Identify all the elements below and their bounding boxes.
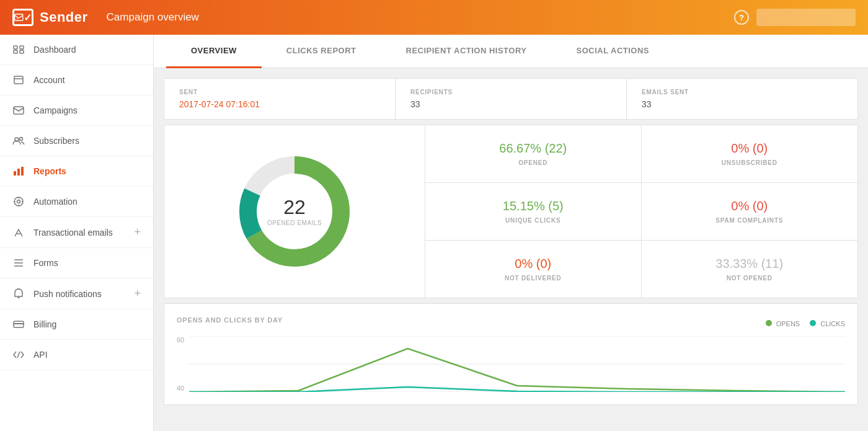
sidebar-label-reports: Reports xyxy=(33,166,66,176)
header-actions: ? xyxy=(734,9,856,26)
tab-social[interactable]: SOCIAL ACTIONS xyxy=(552,35,675,68)
sidebar: Dashboard Account Campaigns xyxy=(0,35,154,431)
stat-sent-value: 2017-07-24 07:16:01 xyxy=(179,99,380,109)
tabs-bar: OVERVIEW CLICKS REPORT RECIPIENT ACTION … xyxy=(154,35,868,68)
main-content: OVERVIEW CLICKS REPORT RECIPIENT ACTION … xyxy=(154,35,868,431)
sidebar-label-account: Account xyxy=(33,75,65,85)
stat-emails-sent-label: EMAILS SENT xyxy=(642,89,843,96)
svg-point-13 xyxy=(14,197,23,206)
stats-bar: SENT 2017-07-24 07:16:01 RECIPIENTS 33 E… xyxy=(164,78,858,120)
overview-panel: 22 OPENED EMAILS 66.67% (22) OPENED 0% (… xyxy=(164,125,858,298)
stat-recipients-value: 33 xyxy=(410,99,611,109)
sidebar-item-forms[interactable]: Forms xyxy=(0,248,153,278)
donut-number: 22 xyxy=(267,197,322,217)
svg-rect-11 xyxy=(17,169,20,176)
svg-rect-10 xyxy=(14,171,16,176)
stat-sent: SENT 2017-07-24 07:16:01 xyxy=(164,79,396,119)
svg-point-14 xyxy=(17,200,20,203)
sidebar-label-api: API xyxy=(33,350,48,360)
sidebar-label-forms: Forms xyxy=(33,258,58,268)
stat-emails-sent: EMAILS SENT 33 xyxy=(627,79,857,119)
dashboard-icon xyxy=(12,43,25,56)
metric-opened: 66.67% (22) OPENED xyxy=(425,125,642,183)
transactional-plus-icon[interactable]: + xyxy=(134,226,141,239)
tab-recipient[interactable]: RECIPIENT ACTION HISTORY xyxy=(381,35,552,68)
sidebar-label-push: Push notifications xyxy=(33,289,102,299)
forms-icon xyxy=(12,257,25,269)
push-plus-icon[interactable]: + xyxy=(134,287,141,300)
sidebar-label-billing: Billing xyxy=(33,319,56,329)
metric-spam: 0% (0) SPAM COMPLAINTS xyxy=(642,183,858,241)
tab-clicks[interactable]: CLICKS REPORT xyxy=(262,35,381,68)
sidebar-item-reports[interactable]: Reports xyxy=(0,156,153,187)
metric-spam-value: 0% (0) xyxy=(731,199,768,213)
metric-not-opened: 33.33% (11) NOT OPENED xyxy=(642,241,858,298)
sidebar-item-campaigns[interactable]: Campaigns xyxy=(0,96,153,126)
stat-sent-label: SENT xyxy=(179,89,380,96)
svg-line-27 xyxy=(17,352,20,358)
svg-rect-0 xyxy=(15,14,23,21)
metric-unique-clicks: 15.15% (5) UNIQUE CLICKS xyxy=(425,183,642,241)
sidebar-item-subscribers[interactable]: Subscribers xyxy=(0,126,153,156)
svg-rect-7 xyxy=(14,107,24,114)
sidebar-item-dashboard[interactable]: Dashboard xyxy=(0,35,153,65)
sidebar-label-campaigns: Campaigns xyxy=(33,105,78,115)
metrics-grid: 66.67% (22) OPENED 0% (0) UNSUBSCRIBED 1… xyxy=(425,125,857,298)
chart-y-max: 60 xyxy=(177,336,184,344)
main-layout: Dashboard Account Campaigns xyxy=(0,35,868,431)
sidebar-item-api[interactable]: API xyxy=(0,340,153,370)
legend-opens: OPENS xyxy=(766,320,800,327)
chart-title: OPENS AND CLICKS BY DAY xyxy=(177,316,283,324)
donut-center: 22 OPENED EMAILS xyxy=(267,197,322,226)
svg-rect-3 xyxy=(20,46,24,49)
reports-icon xyxy=(12,165,25,177)
donut-label: OPENED EMAILS xyxy=(267,220,322,226)
metric-unsubscribed: 0% (0) UNSUBSCRIBED xyxy=(642,125,858,183)
metric-opened-value: 66.67% (22) xyxy=(499,141,567,156)
api-icon xyxy=(12,349,25,361)
account-icon xyxy=(12,74,25,86)
svg-rect-4 xyxy=(20,50,24,53)
tab-overview[interactable]: OVERVIEW xyxy=(166,35,262,68)
transactional-icon xyxy=(12,226,25,239)
stat-recipients: RECIPIENTS 33 xyxy=(396,79,627,119)
sidebar-label-transactional: Transactional emails xyxy=(33,228,113,238)
chart-section: OPENS AND CLICKS BY DAY OPENS CLICKS 60 … xyxy=(164,303,858,405)
chart-y-mid: 40 xyxy=(177,384,184,392)
push-icon xyxy=(12,288,25,300)
search-input[interactable] xyxy=(756,9,856,26)
sidebar-label-dashboard: Dashboard xyxy=(33,45,76,55)
sidebar-label-automation: Automation xyxy=(33,197,78,207)
clicks-dot xyxy=(810,320,816,326)
metric-not-opened-label: NOT OPENED xyxy=(727,275,773,282)
metric-not-delivered: 0% (0) NOT DELIVERED xyxy=(425,241,642,298)
metric-clicks-value: 15.15% (5) xyxy=(503,199,564,213)
metric-not-delivered-value: 0% (0) xyxy=(515,257,551,271)
help-button[interactable]: ? xyxy=(734,10,749,25)
metric-unsubscribed-value: 0% (0) xyxy=(731,141,768,156)
metric-not-delivered-label: NOT DELIVERED xyxy=(505,275,562,282)
sidebar-label-subscribers: Subscribers xyxy=(33,136,79,146)
metric-opened-label: OPENED xyxy=(518,159,547,166)
legend-clicks: CLICKS xyxy=(810,320,845,327)
metric-not-opened-value: 33.33% (11) xyxy=(715,257,783,271)
sidebar-item-push[interactable]: Push notifications + xyxy=(0,278,153,309)
opens-dot xyxy=(766,320,772,326)
logo-icon xyxy=(12,9,33,26)
logo-text: Sender xyxy=(40,9,88,25)
billing-icon xyxy=(12,318,25,331)
sidebar-item-billing[interactable]: Billing xyxy=(0,309,153,340)
page-title: Campaign overview xyxy=(107,11,199,24)
metric-clicks-label: UNIQUE CLICKS xyxy=(505,217,560,224)
donut-chart: 22 OPENED EMAILS xyxy=(232,149,356,273)
stat-emails-sent-value: 33 xyxy=(642,99,843,109)
logo: Sender xyxy=(12,9,88,26)
sidebar-item-automation[interactable]: Automation xyxy=(0,187,153,217)
sidebar-item-account[interactable]: Account xyxy=(0,65,153,96)
campaigns-icon xyxy=(12,104,25,117)
svg-rect-12 xyxy=(21,167,24,176)
metric-spam-label: SPAM COMPLAINTS xyxy=(715,217,783,224)
metric-unsubscribed-label: UNSUBSCRIBED xyxy=(722,159,777,166)
stat-recipients-label: RECIPIENTS xyxy=(410,89,611,96)
sidebar-item-transactional[interactable]: Transactional emails + xyxy=(0,217,153,248)
